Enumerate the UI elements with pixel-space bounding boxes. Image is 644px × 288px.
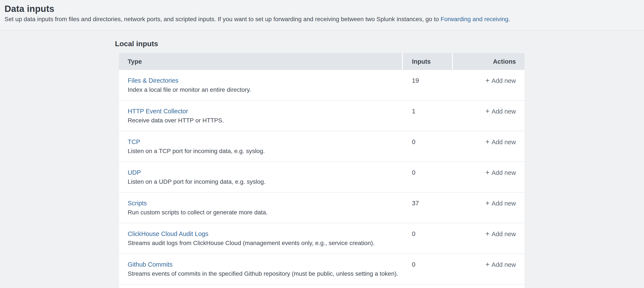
plus-icon: + (486, 169, 490, 176)
github-commits-link[interactable]: Github Commits (128, 261, 172, 268)
page-description: Set up data inputs from files and direct… (4, 16, 639, 23)
add-new-label: Add new (492, 77, 516, 84)
add-new-label: Add new (492, 108, 516, 115)
files-directories-description: Index a local file or monitor an entire … (128, 86, 403, 94)
page-description-period: . (508, 16, 510, 23)
column-header-inputs: Inputs (403, 53, 452, 70)
actions-cell: +Add new (453, 230, 524, 253)
add-new-button-udp[interactable]: +Add new (486, 169, 516, 176)
forwarding-and-receiving-link[interactable]: Forwarding and receiving (440, 16, 508, 23)
tcp-description: Listen on a TCP port for incoming data, … (128, 147, 403, 155)
actions-cell: +Add new (453, 77, 524, 100)
add-new-button-github-commits[interactable]: +Add new (486, 261, 516, 268)
page-title: Data inputs (4, 4, 639, 14)
add-new-label: Add new (492, 261, 516, 268)
tcp-link[interactable]: TCP (128, 138, 140, 146)
plus-icon: + (486, 138, 490, 146)
table-header-row: Type Inputs Actions (119, 53, 524, 70)
http-event-collector-description: Receive data over HTTP or HTTPS. (128, 117, 403, 124)
plus-icon: + (486, 261, 490, 268)
type-cell: TCP Listen on a TCP port for incoming da… (119, 138, 403, 161)
type-cell: ClickHouse Cloud Audit Logs Streams audi… (119, 230, 403, 253)
add-new-button-tcp[interactable]: +Add new (486, 138, 516, 146)
files-directories-inputs-count: 19 (403, 77, 453, 100)
add-new-label: Add new (492, 169, 516, 176)
files-directories-link[interactable]: Files & Directories (128, 77, 178, 84)
tcp-inputs-count: 0 (403, 138, 453, 161)
udp-link[interactable]: UDP (128, 169, 141, 176)
table-row-clickhouse-cloud-audit-logs: ClickHouse Cloud Audit Logs Streams audi… (119, 223, 524, 254)
table-row-files-directories: Files & Directories Index a local file o… (119, 70, 524, 101)
actions-cell: +Add new (453, 138, 524, 161)
http-event-collector-inputs-count: 1 (403, 108, 453, 131)
type-cell: Files & Directories Index a local file o… (119, 77, 403, 100)
udp-inputs-count: 0 (403, 169, 453, 192)
add-new-button-files-directories[interactable]: +Add new (486, 77, 516, 84)
actions-cell: +Add new (453, 199, 524, 223)
clickhouse-cloud-audit-logs-inputs-count: 0 (403, 230, 453, 253)
add-new-label: Add new (492, 138, 516, 146)
add-new-button-scripts[interactable]: +Add new (486, 199, 516, 207)
table-row-udp: UDP Listen on a UDP port for incoming da… (119, 162, 524, 193)
udp-description: Listen on a UDP port for incoming data, … (128, 178, 403, 185)
scripts-description: Run custom scripts to collect or generat… (128, 209, 403, 216)
column-header-actions: Actions (453, 53, 524, 70)
type-cell: UDP Listen on a UDP port for incoming da… (119, 169, 403, 192)
table-row-http-event-collector: HTTP Event Collector Receive data over H… (119, 101, 524, 131)
column-header-type: Type (119, 53, 402, 70)
add-new-button-http-event-collector[interactable]: +Add new (486, 108, 516, 115)
plus-icon: + (486, 108, 490, 115)
add-new-label: Add new (492, 230, 516, 238)
section-heading-local-inputs: Local inputs (115, 40, 158, 48)
actions-cell: +Add new (453, 261, 524, 284)
table-row-scripts: Scripts Run custom scripts to collect or… (119, 193, 524, 223)
type-cell: Github Commits Streams events of commits… (119, 261, 403, 284)
scripts-link[interactable]: Scripts (128, 199, 147, 207)
add-new-label: Add new (492, 200, 516, 207)
table-row-tcp: TCP Listen on a TCP port for incoming da… (119, 131, 524, 162)
clickhouse-cloud-audit-logs-link[interactable]: ClickHouse Cloud Audit Logs (128, 230, 208, 237)
page-header: Data inputs Set up data inputs from file… (0, 0, 644, 31)
plus-icon: + (486, 199, 490, 207)
table-row-github-commits: Github Commits Streams events of commits… (119, 254, 524, 284)
type-cell: HTTP Event Collector Receive data over H… (119, 108, 403, 131)
actions-cell: +Add new (453, 108, 524, 131)
page-description-text: Set up data inputs from files and direct… (4, 16, 440, 23)
plus-icon: + (486, 77, 490, 84)
github-commits-description: Streams events of commits in the specifi… (128, 270, 403, 277)
add-new-button-clickhouse-cloud-audit-logs[interactable]: +Add new (486, 230, 516, 238)
http-event-collector-link[interactable]: HTTP Event Collector (128, 108, 188, 115)
type-cell: Scripts Run custom scripts to collect or… (119, 199, 403, 223)
github-commits-inputs-count: 0 (403, 261, 453, 284)
plus-icon: + (486, 230, 490, 237)
local-inputs-table: Type Inputs Actions Files & Directories … (119, 53, 524, 288)
clickhouse-cloud-audit-logs-description: Streams audit logs from ClickHouse Cloud… (128, 239, 403, 247)
actions-cell: +Add new (453, 169, 524, 192)
scripts-inputs-count: 37 (403, 199, 453, 223)
